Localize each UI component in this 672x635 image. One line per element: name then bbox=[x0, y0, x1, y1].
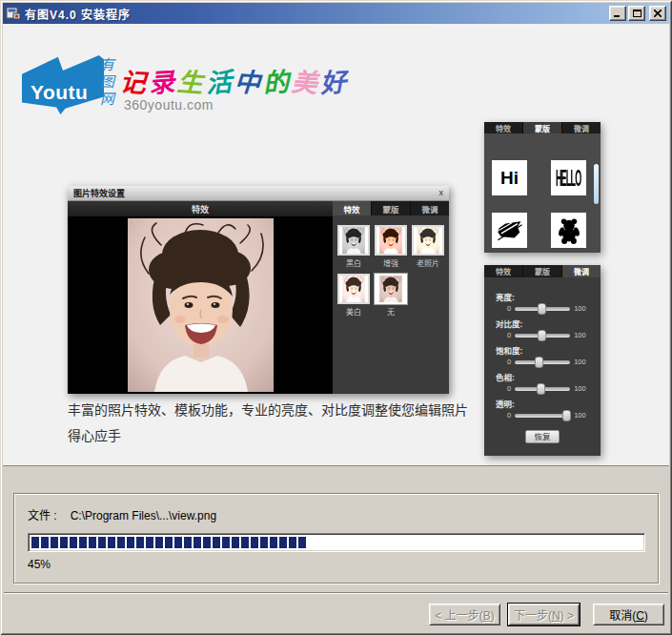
tab-masks[interactable]: 蒙版 bbox=[372, 201, 411, 215]
teddy-bear-icon bbox=[557, 217, 581, 244]
effect-thumb-old-photo[interactable]: 老照片 bbox=[412, 225, 444, 268]
mask-tile-hello[interactable]: HELLO bbox=[551, 160, 586, 195]
logo-text: Youtu bbox=[31, 81, 88, 104]
adjust-tab-adjust[interactable]: 微调 bbox=[562, 265, 601, 277]
website-text: 360youtu.com bbox=[124, 97, 214, 113]
effect-thumb-bw[interactable]: 黑白 bbox=[337, 225, 370, 268]
effect-thumb-none[interactable]: 无 bbox=[375, 274, 407, 317]
slider-row-opacity: 透明: 0 100 bbox=[484, 398, 601, 420]
adjust-panel-preview: 特效 蒙版 微调 亮度: 0 100 对比度: 0 bbox=[484, 265, 601, 456]
adjust-tab-masks[interactable]: 蒙版 bbox=[523, 265, 562, 277]
mask-panel-preview: 特效 蒙版 微调 Hi HELLO bbox=[484, 122, 601, 253]
next-button[interactable]: 下一步(N) > bbox=[508, 604, 580, 625]
hue-slider[interactable] bbox=[515, 387, 570, 391]
mask-tab-effects[interactable]: 特效 bbox=[484, 122, 523, 133]
brightness-slider[interactable] bbox=[515, 307, 570, 311]
progress-bar bbox=[28, 533, 645, 552]
opacity-slider[interactable] bbox=[515, 414, 570, 418]
slider-handle[interactable] bbox=[537, 383, 545, 395]
maximize-button[interactable] bbox=[628, 6, 645, 21]
footer-divider bbox=[4, 592, 668, 594]
slider-handle[interactable] bbox=[535, 357, 543, 368]
showcase-panel: Youtu 有图网 记录生活中的美好 360youtu.com 图片特效设置 x… bbox=[3, 24, 669, 466]
slider-row-hue: 色相: 0 100 bbox=[484, 371, 601, 393]
mask-tile-hi[interactable]: Hi bbox=[492, 160, 527, 195]
girl-portrait-photo bbox=[128, 218, 274, 392]
installer-window: 有图V4.0 安装程序 Youtu 有图网 记录生活中的美好 360youtu.… bbox=[0, 0, 672, 635]
saturation-slider[interactable] bbox=[515, 360, 570, 364]
editor-header-bar: 特效 bbox=[68, 201, 333, 216]
contrast-slider[interactable] bbox=[515, 334, 570, 338]
progress-fill bbox=[31, 537, 306, 548]
slider-handle[interactable] bbox=[538, 330, 546, 341]
file-line: 文件 :C:\Program Files\...\view.png bbox=[28, 506, 216, 522]
scrollbar[interactable] bbox=[594, 164, 599, 204]
mask-tab-adjust[interactable]: 微调 bbox=[562, 122, 601, 133]
slider-handle[interactable] bbox=[562, 410, 571, 421]
close-button[interactable] bbox=[649, 6, 666, 21]
editor-title: 图片特效设置 bbox=[73, 187, 439, 199]
effect-thumb-whiten[interactable]: 美白 bbox=[337, 274, 370, 317]
youtu-logo: Youtu bbox=[22, 55, 104, 114]
mask-tile-scribble[interactable] bbox=[492, 213, 527, 248]
tab-adjust[interactable]: 微调 bbox=[411, 201, 449, 215]
back-button[interactable]: < 上一步(B) bbox=[429, 604, 500, 625]
mask-tile-bear[interactable] bbox=[551, 213, 586, 248]
mask-tab-masks[interactable]: 蒙版 bbox=[523, 122, 562, 133]
progress-groupbox: 文件 :C:\Program Files\...\view.png 45% bbox=[13, 493, 659, 584]
scribble-icon bbox=[497, 219, 523, 242]
slider-row-brightness: 亮度: 0 100 bbox=[484, 291, 601, 313]
adjust-tab-effects[interactable]: 特效 bbox=[484, 265, 523, 277]
progress-percent: 45% bbox=[28, 558, 51, 571]
slider-handle[interactable] bbox=[538, 303, 546, 315]
minimize-button[interactable] bbox=[609, 6, 626, 21]
cancel-button[interactable]: 取消(C) bbox=[593, 604, 664, 625]
title-bar[interactable]: 有图V4.0 安装程序 bbox=[3, 3, 669, 24]
editor-window-preview: 图片特效设置 x 特效 特效 蒙版 微调 bbox=[68, 186, 449, 394]
reset-button[interactable]: 恢复 bbox=[525, 430, 560, 443]
tab-effects[interactable]: 特效 bbox=[333, 201, 372, 215]
file-path: C:\Program Files\...\view.png bbox=[71, 509, 216, 522]
editor-canvas bbox=[68, 216, 333, 394]
slogan: 记录生活中的美好 bbox=[120, 62, 349, 99]
editor-header-tab: 特效 bbox=[192, 203, 209, 215]
feature-description: 丰富的照片特效、模板功能，专业的亮度、对比度调整使您编辑照片 得心应手 bbox=[68, 398, 478, 449]
slider-row-saturation: 饱和度: 0 100 bbox=[484, 344, 601, 366]
file-label: 文件 : bbox=[28, 509, 57, 522]
installer-app-icon bbox=[6, 6, 21, 21]
window-title: 有图V4.0 安装程序 bbox=[25, 6, 609, 22]
editor-close-icon[interactable]: x bbox=[439, 189, 444, 197]
editor-effects-panel: 特效 蒙版 微调 黑白 增强 bbox=[333, 201, 449, 394]
effect-thumb-enhance[interactable]: 增强 bbox=[375, 225, 407, 268]
editor-titlebar: 图片特效设置 x bbox=[68, 186, 449, 201]
slider-row-contrast: 对比度: 0 100 bbox=[484, 318, 601, 339]
brand-vertical-name: 有图网 bbox=[97, 57, 114, 109]
